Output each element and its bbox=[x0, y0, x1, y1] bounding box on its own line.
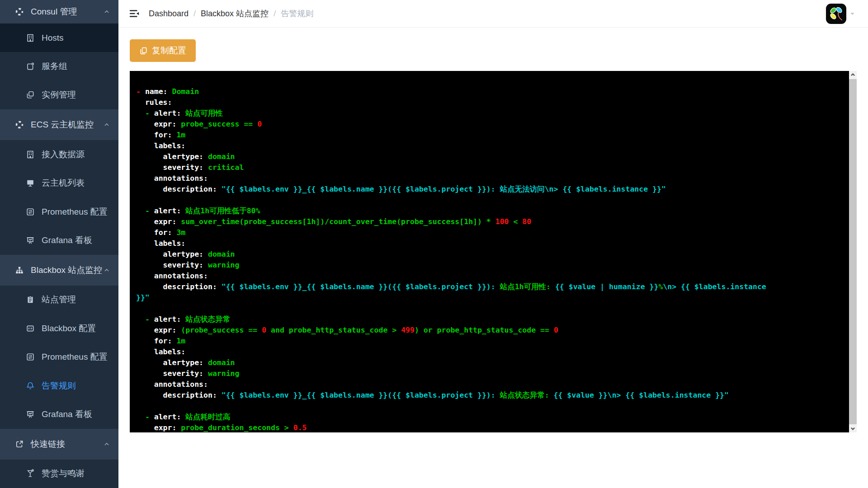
lifebuoy-icon bbox=[15, 120, 24, 129]
sidebar-item-label: 告警规则 bbox=[42, 380, 76, 392]
copy-icon bbox=[26, 90, 35, 99]
code-line bbox=[136, 195, 840, 206]
config-code-block[interactable]: - name: Domain rules: - alert: 站点可用性 exp… bbox=[130, 71, 849, 432]
sidebar-item-label: 云主机列表 bbox=[42, 177, 85, 189]
code-line: expr: (probe_success == 0 and probe_http… bbox=[136, 325, 840, 336]
code-line: expr: probe_duration_seconds > 0.5 bbox=[136, 422, 840, 432]
chevron-up-icon bbox=[103, 121, 110, 128]
sidebar-item-label: Blackbox 配置 bbox=[42, 323, 96, 334]
code-line: annotations: bbox=[136, 173, 840, 184]
code-line: - alert: 站点可用性 bbox=[136, 108, 840, 119]
sidebar-section-blackbox[interactable]: Blackbox 站点监控 bbox=[0, 255, 118, 286]
code-line: description: "{{ $labels.env }}_{{ $labe… bbox=[136, 390, 840, 401]
sidebar-item-label: 赞赏与鸣谢 bbox=[42, 468, 85, 479]
sidebar-item-donate-thanks[interactable]: 赞赏与鸣谢 bbox=[0, 460, 118, 488]
breadcrumb-item: 告警规则 bbox=[281, 8, 313, 19]
lifebuoy-icon bbox=[15, 7, 24, 16]
user-menu[interactable] bbox=[826, 4, 855, 24]
building-icon bbox=[26, 150, 35, 159]
copy-config-label: 复制配置 bbox=[152, 45, 186, 56]
sidebar-item-label: 接入数据源 bbox=[42, 149, 85, 160]
sliders-icon bbox=[26, 207, 35, 216]
sidebar-item-instance-management[interactable]: 实例管理 bbox=[0, 81, 118, 109]
code-line: labels: bbox=[136, 238, 840, 249]
code-line: annotations: bbox=[136, 379, 840, 390]
code-line: for: 1m bbox=[136, 336, 840, 347]
code-line bbox=[136, 303, 840, 314]
copy-icon bbox=[139, 47, 148, 55]
sidebar-item-label: Grafana 看板 bbox=[42, 408, 92, 420]
sidebar-item-site-management[interactable]: 站点管理 bbox=[0, 286, 118, 314]
breadcrumb: Dashboard/Blackbox 站点监控/告警规则 bbox=[149, 8, 313, 19]
page-content: 复制配置 - name: Domain rules: - alert: 站点可用… bbox=[118, 28, 868, 444]
board-chart-icon bbox=[26, 410, 35, 419]
sidebar-section-ecs[interactable]: ECS 云主机监控 bbox=[0, 109, 118, 140]
clipboard-icon bbox=[26, 295, 35, 304]
blackbox-config-icon bbox=[26, 324, 35, 333]
sidebar-item-label: Consul 管理 bbox=[31, 6, 77, 18]
code-line: - alert: 站点耗时过高 bbox=[136, 412, 840, 422]
code-line: severity: warning bbox=[136, 260, 840, 271]
sidebar: Consul 管理Hosts服务组实例管理ECS 云主机监控接入数据源云主机列表… bbox=[0, 0, 118, 488]
sidebar-item-label: 站点管理 bbox=[42, 294, 76, 305]
chevron-up-icon bbox=[103, 267, 110, 274]
sidebar-item-alert-rules[interactable]: 告警规则 bbox=[0, 371, 118, 400]
sidebar-item-label: Prometheus 配置 bbox=[42, 351, 108, 363]
code-line: expr: probe_success == 0 bbox=[136, 119, 840, 130]
sidebar-item-blackbox-config[interactable]: Blackbox 配置 bbox=[0, 314, 118, 343]
tag-icon bbox=[26, 62, 35, 71]
building-icon bbox=[26, 33, 35, 42]
code-line: expr: sum_over_time(probe_success[1h])/c… bbox=[136, 216, 840, 227]
sidebar-item-host-list[interactable]: 云主机列表 bbox=[0, 169, 118, 197]
alert-rules-config-panel: - name: Domain rules: - alert: 站点可用性 exp… bbox=[130, 71, 857, 432]
main-area: Dashboard/Blackbox 站点监控/告警规则 复 bbox=[118, 0, 868, 444]
code-line: severity: warning bbox=[136, 368, 840, 379]
code-line: description: "{{ $labels.env }}_{{ $labe… bbox=[136, 282, 840, 292]
code-line: - alert: 站点1h可用性低于80% bbox=[136, 206, 840, 216]
monitor-icon bbox=[26, 178, 35, 188]
sidebar-item-label: 实例管理 bbox=[42, 89, 76, 101]
sidebar-section-consul[interactable]: Consul 管理 bbox=[0, 0, 118, 23]
code-line: severity: critical bbox=[136, 162, 840, 173]
sidebar-item-label: Grafana 看板 bbox=[42, 235, 92, 246]
sidebar-section-quick-links[interactable]: 快速链接 bbox=[0, 429, 118, 460]
code-line: labels: bbox=[136, 141, 840, 151]
sidebar-item-prometheus-config-ecs[interactable]: Prometheus 配置 bbox=[0, 197, 118, 226]
scrollbar[interactable] bbox=[849, 71, 857, 432]
copy-config-button[interactable]: 复制配置 bbox=[130, 39, 196, 62]
avatar bbox=[826, 4, 846, 24]
sidebar-item-label: Blackbox 站点监控 bbox=[31, 264, 102, 276]
sidebar-item-datasource-access[interactable]: 接入数据源 bbox=[0, 140, 118, 169]
code-line: - alert: 站点状态异常 bbox=[136, 314, 840, 325]
breadcrumb-separator: / bbox=[274, 9, 276, 19]
scroll-up-icon[interactable] bbox=[849, 71, 857, 79]
code-line: - name: Domain bbox=[136, 86, 840, 97]
caret-down-icon bbox=[849, 11, 855, 17]
sidebar-item-label: ECS 云主机监控 bbox=[31, 119, 94, 131]
breadcrumb-item[interactable]: Dashboard bbox=[149, 9, 189, 19]
sidebar-item-grafana-board-blackbox[interactable]: Grafana 看板 bbox=[0, 400, 118, 428]
sidebar-item-label: 服务组 bbox=[42, 61, 67, 72]
board-chart-icon bbox=[26, 236, 35, 245]
bell-icon bbox=[26, 381, 35, 390]
external-link-icon bbox=[15, 440, 24, 449]
code-line: for: 1m bbox=[136, 130, 840, 141]
code-line bbox=[136, 401, 840, 412]
sidebar-item-label: 快速链接 bbox=[31, 438, 65, 450]
chevron-up-icon bbox=[103, 8, 110, 15]
scrollbar-thumb[interactable] bbox=[849, 79, 857, 424]
code-line: annotations: bbox=[136, 271, 840, 282]
scroll-down-icon[interactable] bbox=[849, 425, 857, 432]
code-line: rules: bbox=[136, 97, 840, 108]
sidebar-item-grafana-board-ecs[interactable]: Grafana 看板 bbox=[0, 226, 118, 254]
code-line: description: "{{ $labels.env }}_{{ $labe… bbox=[136, 184, 840, 195]
code-line: alertype: domain bbox=[136, 151, 840, 162]
top-header: Dashboard/Blackbox 站点监控/告警规则 bbox=[118, 0, 868, 28]
code-line: labels: bbox=[136, 347, 840, 357]
sidebar-item-service-groups[interactable]: 服务组 bbox=[0, 52, 118, 80]
hamburger-icon[interactable] bbox=[129, 8, 140, 19]
breadcrumb-item[interactable]: Blackbox 站点监控 bbox=[201, 8, 269, 19]
sidebar-item-prometheus-config-blackbox[interactable]: Prometheus 配置 bbox=[0, 343, 118, 371]
sidebar-item-hosts[interactable]: Hosts bbox=[0, 23, 118, 52]
code-line: }}" bbox=[136, 292, 840, 303]
